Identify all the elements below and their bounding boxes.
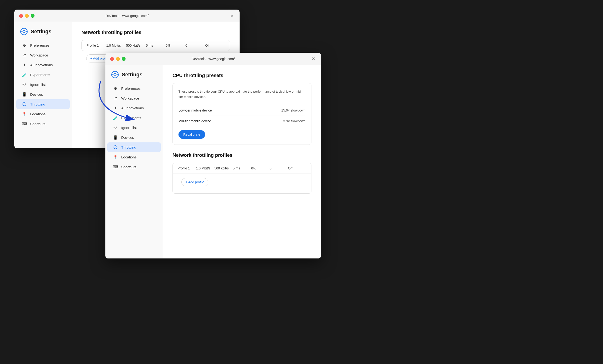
- close-button-2[interactable]: [110, 57, 114, 61]
- experiments-icon-1: 🧪: [22, 72, 27, 77]
- minimize-button-2[interactable]: [116, 57, 120, 61]
- profile-table-2: Profile 1 1.0 Mbit/s 500 kbit/s 5 ms 0% …: [173, 163, 312, 194]
- settings-header-1: Settings: [14, 26, 72, 40]
- sidebar-item-ignorelist-1[interactable]: ≡✗ Ignore list: [16, 80, 70, 89]
- sidebar-label-workspace-1: Workspace: [30, 53, 48, 57]
- throttling-icon-2: [113, 145, 118, 150]
- titlebar-1: DevTools - www.google.com/: [14, 10, 240, 22]
- maximize-button-1[interactable]: [31, 14, 35, 18]
- preferences-icon-2: ⚙: [113, 86, 118, 91]
- sidebar-item-ai-2[interactable]: ✦ AI innovations: [107, 103, 161, 113]
- profile-cell-loss-2: 0%: [251, 166, 269, 170]
- profile-cell-queue-1: 0: [186, 44, 205, 47]
- sidebar-label-preferences-2: Preferences: [121, 86, 141, 90]
- add-profile-label-2: + Add profile: [186, 180, 204, 184]
- network-section-title-2: Network throttling profiles: [173, 153, 312, 158]
- close-button-1[interactable]: [19, 14, 23, 18]
- profile-cell-status-2: Off: [288, 166, 306, 170]
- sidebar-item-experiments-2[interactable]: 🧪 Experiments: [107, 113, 161, 122]
- ai-icon-1: ✦: [22, 63, 27, 67]
- svg-point-11: [117, 74, 118, 75]
- svg-point-7: [114, 74, 116, 76]
- ignorelist-icon-2: ≡✗: [113, 125, 118, 130]
- ignorelist-icon-1: ≡✗: [22, 82, 27, 87]
- minimize-button-1[interactable]: [25, 14, 29, 18]
- sidebar-item-ignorelist-2[interactable]: ≡✗ Ignore list: [107, 123, 161, 132]
- profile-row-1: Profile 1 1.0 Mbit/s 500 kbit/s 5 ms 0% …: [82, 40, 230, 51]
- locations-icon-1: 📍: [22, 111, 27, 116]
- sidebar-label-devices-1: Devices: [30, 92, 43, 97]
- svg-point-4: [21, 31, 22, 32]
- profile-cell-latency-1: 5 ms: [146, 44, 166, 47]
- mid-tier-label: Mid-tier mobile device: [178, 119, 211, 123]
- settings-title-2: Settings: [122, 72, 142, 78]
- sidebar-item-devices-1[interactable]: 📱 Devices: [16, 89, 70, 99]
- profile-cell-dl-2: 1.0 Mbit/s: [196, 166, 214, 170]
- profile-cell-ul-1: 500 kbit/s: [126, 44, 146, 47]
- throttling-icon-1: [22, 102, 27, 107]
- sidebar-label-workspace-2: Workspace: [121, 96, 139, 100]
- cpu-throttle-box: These presets throttle your CPU to appro…: [173, 83, 312, 145]
- settings-header-2: Settings: [105, 69, 163, 83]
- svg-point-2: [23, 28, 24, 29]
- sidebar-2: Settings ⚙ Preferences 🗂 Workspace ✦ AI …: [105, 65, 163, 258]
- shortcuts-icon-1: ⌨: [22, 121, 27, 126]
- maximize-button-2[interactable]: [122, 57, 126, 61]
- recalibrate-button[interactable]: Recalibrate: [178, 130, 205, 139]
- workspace-icon-2: 🗂: [113, 96, 118, 100]
- low-tier-value: 15.0× slowdown: [281, 108, 305, 112]
- shortcuts-icon-2: ⌨: [113, 165, 118, 169]
- sidebar-label-experiments-1: Experiments: [30, 73, 50, 77]
- sidebar-label-preferences-1: Preferences: [30, 43, 50, 47]
- profile-cell-dl-1: 1.0 Mbit/s: [106, 44, 126, 47]
- sidebar-label-throttling-1: Throttling: [30, 102, 45, 106]
- sidebar-item-experiments-1[interactable]: 🧪 Experiments: [16, 70, 70, 79]
- sidebar-label-devices-2: Devices: [121, 135, 134, 140]
- svg-point-8: [115, 71, 116, 72]
- cpu-description: These presets throttle your CPU to appro…: [178, 89, 305, 99]
- profile-cell-loss-1: 0%: [165, 44, 186, 47]
- svg-point-3: [23, 34, 24, 35]
- sidebar-item-workspace-1[interactable]: 🗂 Workspace: [16, 50, 70, 60]
- profile-cell-queue-2: 0: [269, 166, 288, 170]
- main-content-2: ✕ CPU throttling presets These presets t…: [163, 65, 321, 258]
- add-profile-button-2[interactable]: + Add profile: [181, 178, 208, 186]
- devices-icon-1: 📱: [22, 92, 27, 97]
- sidebar-item-throttling-1[interactable]: Throttling: [16, 99, 70, 109]
- sidebar-item-preferences-1[interactable]: ⚙ Preferences: [16, 40, 70, 50]
- window-title-2: DevTools - www.google.com/: [192, 57, 235, 61]
- cpu-section-title: CPU throttling presets: [173, 73, 312, 78]
- settings-title-1: Settings: [31, 28, 51, 35]
- settings-logo-icon-2: [111, 71, 119, 78]
- sidebar-label-ignorelist-1: Ignore list: [30, 83, 46, 87]
- throttle-row-mid: Mid-tier mobile device 3.9× slowdown: [178, 116, 305, 126]
- svg-point-9: [115, 77, 116, 78]
- sidebar-label-shortcuts-2: Shortcuts: [121, 165, 136, 169]
- sidebar-item-locations-1[interactable]: 📍 Locations: [16, 109, 70, 119]
- ai-icon-2: ✦: [113, 106, 118, 110]
- sidebar-item-preferences-2[interactable]: ⚙ Preferences: [107, 84, 161, 93]
- sidebar-item-locations-2[interactable]: 📍 Locations: [107, 152, 161, 162]
- sidebar-item-shortcuts-2[interactable]: ⌨ Shortcuts: [107, 162, 161, 172]
- traffic-lights-2: [110, 57, 126, 61]
- sidebar-item-shortcuts-1[interactable]: ⌨ Shortcuts: [16, 119, 70, 129]
- recalibrate-label: Recalibrate: [183, 132, 200, 136]
- sidebar-label-ai-1: AI innovations: [30, 63, 53, 67]
- sidebar-label-ignorelist-2: Ignore list: [121, 126, 137, 130]
- preferences-icon-1: ⚙: [22, 43, 27, 48]
- sidebar-label-throttling-2: Throttling: [121, 145, 136, 149]
- sidebar-item-devices-2[interactable]: 📱 Devices: [107, 132, 161, 142]
- locations-icon-2: 📍: [113, 154, 118, 159]
- sidebar-item-ai-1[interactable]: ✦ AI innovations: [16, 60, 70, 70]
- throttle-row-low: Low-tier mobile device 15.0× slowdown: [178, 105, 305, 116]
- window-body-2: Settings ⚙ Preferences 🗂 Workspace ✦ AI …: [105, 65, 321, 258]
- sidebar-label-experiments-2: Experiments: [121, 116, 141, 120]
- sidebar-item-throttling-2[interactable]: Throttling: [107, 142, 161, 152]
- devices-icon-2: 📱: [113, 135, 118, 140]
- svg-point-10: [112, 74, 113, 75]
- sidebar-item-workspace-2[interactable]: 🗂 Workspace: [107, 93, 161, 103]
- sidebar-label-ai-2: AI innovations: [121, 106, 144, 110]
- svg-point-6: [112, 71, 118, 78]
- svg-point-5: [26, 31, 27, 32]
- profile-table-1: Profile 1 1.0 Mbit/s 500 kbit/s 5 ms 0% …: [81, 40, 230, 51]
